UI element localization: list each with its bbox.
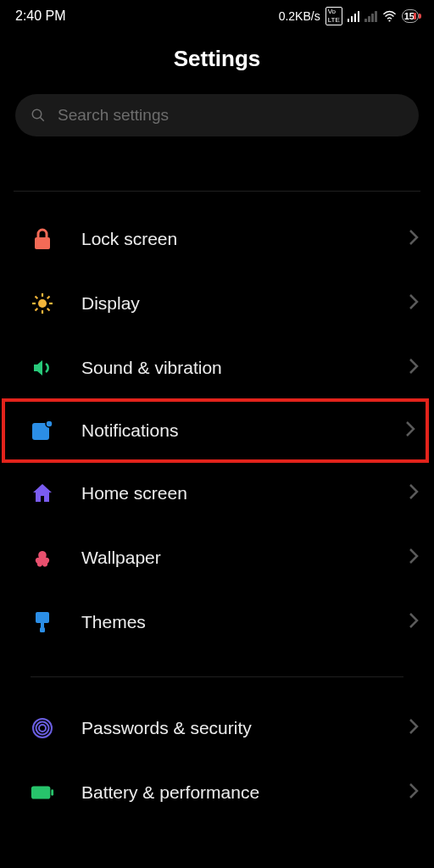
item-label: Battery & performance (81, 782, 409, 803)
chevron-right-icon (409, 229, 419, 249)
fingerprint-icon (31, 716, 54, 740)
svg-rect-21 (31, 787, 50, 799)
settings-item-sound-vibration[interactable]: Sound & vibration (0, 336, 434, 400)
settings-item-home-screen[interactable]: Home screen (0, 461, 434, 526)
item-label: Notifications (81, 420, 405, 441)
chevron-right-icon (409, 718, 419, 738)
svg-line-11 (36, 309, 38, 311)
notifications-icon (31, 419, 54, 442)
sun-icon (31, 292, 54, 315)
chevron-right-icon (409, 782, 419, 803)
status-time: 2:40 PM (15, 8, 66, 24)
item-label: Display (81, 293, 409, 314)
signal-icon-2 (364, 11, 377, 22)
chevron-right-icon (409, 358, 419, 378)
svg-point-19 (36, 722, 49, 735)
chevron-right-icon (409, 483, 419, 504)
svg-point-0 (388, 19, 390, 21)
settings-item-passwords-security[interactable]: Passwords & security (0, 696, 434, 760)
settings-item-lock-screen[interactable]: Lock screen (0, 207, 434, 271)
chevron-right-icon (405, 420, 415, 441)
search-input[interactable]: Search settings (15, 94, 419, 136)
svg-point-14 (46, 420, 53, 427)
search-placeholder: Search settings (58, 106, 169, 125)
status-right: 0.2KB/s VoLTE 15 (279, 7, 419, 25)
svg-point-20 (39, 725, 46, 732)
svg-rect-15 (36, 612, 49, 623)
item-label: Home screen (81, 483, 409, 504)
svg-line-9 (36, 297, 38, 299)
item-label: Sound & vibration (81, 358, 409, 378)
svg-line-10 (47, 309, 50, 311)
settings-group-1: Lock screen Display Sound & vibration No… (0, 207, 434, 654)
speaker-icon (31, 356, 54, 380)
svg-rect-16 (41, 623, 44, 627)
page-title: Settings (0, 46, 434, 72)
lock-icon (31, 227, 54, 251)
svg-rect-17 (40, 627, 45, 632)
battery-icon: 15 (402, 9, 419, 23)
chevron-right-icon (409, 548, 419, 568)
network-speed: 0.2KB/s (279, 9, 320, 23)
flower-icon (31, 546, 54, 570)
volte-icon: VoLTE (326, 7, 342, 25)
brush-icon (31, 610, 54, 634)
chevron-right-icon (409, 293, 419, 314)
settings-item-wallpaper[interactable]: Wallpaper (0, 526, 434, 590)
home-icon (31, 481, 54, 505)
item-label: Lock screen (81, 229, 409, 249)
settings-item-themes[interactable]: Themes (0, 590, 434, 654)
settings-item-notifications[interactable]: Notifications (3, 400, 427, 461)
svg-line-2 (40, 117, 44, 121)
item-label: Themes (81, 612, 409, 632)
settings-item-display[interactable]: Display (0, 271, 434, 336)
svg-rect-22 (51, 789, 53, 795)
search-icon (31, 108, 46, 123)
section-divider (31, 676, 403, 677)
svg-rect-3 (35, 237, 50, 249)
svg-point-4 (38, 299, 47, 308)
settings-item-battery-performance[interactable]: Battery & performance (0, 760, 434, 825)
status-bar: 2:40 PM 0.2KB/s VoLTE 15 (0, 0, 434, 29)
item-label: Wallpaper (81, 548, 409, 568)
svg-point-1 (32, 109, 42, 119)
battery-icon (31, 781, 54, 804)
svg-line-12 (47, 297, 50, 299)
signal-icon-1 (348, 11, 360, 22)
chevron-right-icon (409, 612, 419, 632)
settings-group-2: Passwords & security Battery & performan… (0, 696, 434, 825)
wifi-icon (382, 9, 397, 24)
item-label: Passwords & security (81, 718, 409, 738)
